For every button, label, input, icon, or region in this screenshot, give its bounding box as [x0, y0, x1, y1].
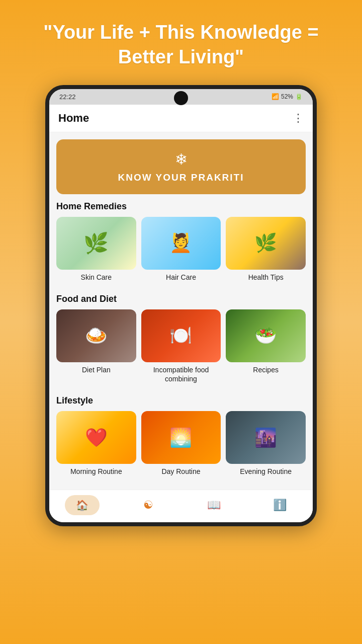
grid-item-skincare[interactable]: Skin Care — [56, 217, 136, 282]
grid-item-healthtips[interactable]: Health Tips — [226, 217, 306, 282]
evening-routine-label: Evening Routine — [240, 467, 292, 476]
recipes-label: Recipes — [253, 365, 279, 374]
status-icons: 📶 52% 🔋 — [272, 93, 303, 100]
section-lifestyle: Lifestyle Morning Routine Day Routine Ev… — [49, 395, 313, 481]
healthtips-label: Health Tips — [248, 273, 284, 282]
wifi-icon: 📶 — [272, 93, 279, 100]
nav-home[interactable]: 🏠 Home — [49, 495, 115, 515]
grid-item-dietplan[interactable]: Diet Plan — [56, 309, 136, 383]
status-bar: 22:22 📶 52% 🔋 — [49, 89, 313, 105]
nav-dosha[interactable]: ☯ — [115, 499, 181, 512]
prakriti-banner-icon: ❄ — [175, 150, 188, 168]
prakriti-banner[interactable]: ❄ KNOW YOUR PRAKRITI — [56, 139, 306, 194]
section-home-remedies: Home Remedies Skin Care Hair Care Health… — [49, 201, 313, 287]
food-diet-grid: Diet Plan Incompatible food combining Re… — [56, 309, 306, 383]
healthtips-image — [226, 217, 306, 270]
haircare-image — [141, 217, 221, 270]
battery-icon: 🔋 — [295, 93, 303, 100]
morning-routine-image — [56, 411, 136, 464]
section-food-diet: Food and Diet Diet Plan Incompatible foo… — [49, 294, 313, 388]
dietplan-image — [56, 309, 136, 362]
prakriti-banner-text: KNOW YOUR PRAKRITI — [118, 172, 244, 183]
morning-routine-label: Morning Routine — [70, 467, 122, 476]
recipes-image — [226, 309, 306, 362]
section-food-diet-title: Food and Diet — [56, 294, 306, 304]
grid-item-haircare[interactable]: Hair Care — [141, 217, 221, 282]
battery-text: 52% — [281, 93, 293, 100]
scroll-content: ❄ KNOW YOUR PRAKRITI Home Remedies Skin … — [49, 132, 313, 490]
header-quote-section: "Your Life + This Knowledge = Better Liv… — [0, 0, 362, 85]
info-nav-icon: ℹ️ — [273, 499, 287, 512]
haircare-label: Hair Care — [166, 273, 196, 282]
dosha-nav-icon: ☯ — [143, 499, 153, 512]
nav-learn[interactable]: 📖 — [181, 499, 247, 512]
skincare-image — [56, 217, 136, 270]
dietplan-label: Diet Plan — [82, 365, 111, 374]
nav-info[interactable]: ℹ️ — [247, 499, 313, 512]
home-nav-icon: 🏠 — [76, 499, 88, 511]
section-lifestyle-title: Lifestyle — [56, 395, 306, 406]
status-time: 22:22 — [59, 93, 76, 101]
grid-item-recipes[interactable]: Recipes — [226, 309, 306, 383]
app-bar: Home ⋮ — [49, 105, 313, 132]
overflow-menu-icon[interactable]: ⋮ — [293, 112, 304, 125]
grid-item-morning-routine[interactable]: Morning Routine — [56, 411, 136, 476]
home-remedies-grid: Skin Care Hair Care Health Tips — [56, 217, 306, 282]
grid-item-day-routine[interactable]: Day Routine — [141, 411, 221, 476]
app-bar-title: Home — [58, 112, 89, 125]
day-routine-image — [141, 411, 221, 464]
evening-routine-image — [226, 411, 306, 464]
incompatible-image — [141, 309, 221, 362]
day-routine-label: Day Routine — [161, 467, 200, 476]
incompatible-label: Incompatible food combining — [141, 365, 221, 383]
grid-item-evening-routine[interactable]: Evening Routine — [226, 411, 306, 476]
phone-frame: 22:22 📶 52% 🔋 Home ⋮ ❄ KNOW YOUR PRAKRIT… — [45, 85, 317, 526]
learn-nav-icon: 📖 — [207, 499, 221, 512]
grid-item-incompatible[interactable]: Incompatible food combining — [141, 309, 221, 383]
skincare-label: Skin Care — [81, 273, 112, 282]
header-quote-text: "Your Life + This Knowledge = Better Liv… — [30, 20, 332, 70]
camera-notch — [174, 91, 188, 105]
lifestyle-grid: Morning Routine Day Routine Evening Rout… — [56, 411, 306, 476]
section-home-remedies-title: Home Remedies — [56, 201, 306, 212]
bottom-nav: 🏠 Home ☯ 📖 ℹ️ — [49, 490, 313, 522]
